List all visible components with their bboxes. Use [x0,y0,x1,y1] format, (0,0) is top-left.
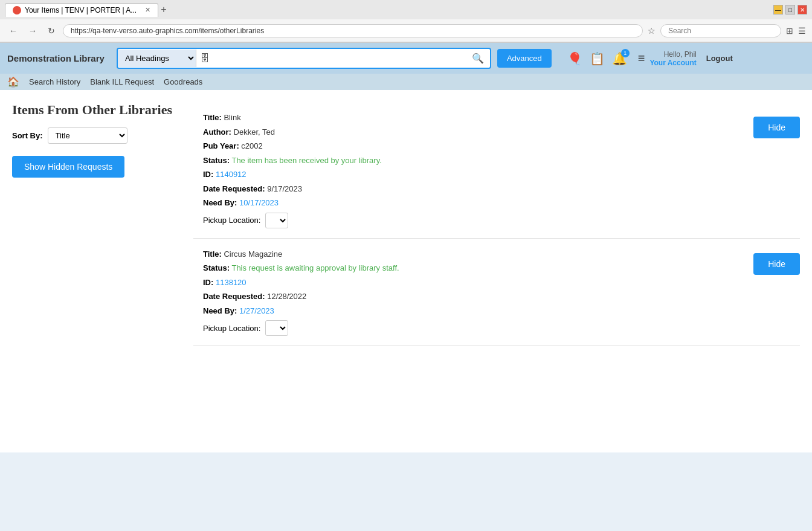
catalog-icon: 📋 [590,52,605,65]
balloon-icon-button[interactable]: 🎈 [567,51,582,66]
items-list: Title: Blink Author: Dekker, Ted Pub Yea… [193,102,800,440]
item-card: Title: Blink Author: Dekker, Ted Pub Yea… [193,102,800,239]
list-icon: ≡ [638,51,645,65]
browser-chrome: Your Items | TENV | PORTER | A... ✕ + — … [0,0,812,43]
need-by-label: Need By: [203,306,237,315]
hamburger-icon[interactable]: ☰ [798,26,806,36]
search-button[interactable]: 🔍 [466,49,490,68]
item-need-by-field: Need By: 10/17/2023 [203,197,744,209]
title-value: Circus Magazine [224,249,282,259]
item-need-by-field: Need By: 1/27/2023 [203,305,744,317]
new-tab-button[interactable]: + [158,2,169,18]
sort-select[interactable]: Title Author Date Requested [48,127,127,144]
item-title-field: Title: Circus Magazine [203,248,744,260]
logout-button[interactable]: Logout [701,51,738,65]
browser-search-input[interactable] [660,24,781,37]
advanced-button[interactable]: Advanced [497,49,552,68]
back-button[interactable]: ← [6,25,21,37]
address-bar: ← → ↻ ☆ ⊞ ☰ [0,19,812,42]
status-label: Status: [203,156,230,165]
user-account-link[interactable]: Your Account [649,59,696,67]
close-tab-icon[interactable]: ✕ [145,6,150,14]
item-details: Title: Blink Author: Dekker, Ted Pub Yea… [203,112,744,228]
bell-icon-button[interactable]: 🔔 1 [612,51,627,66]
main-content: Items From Other Libraries Sort By: Titl… [0,90,812,452]
sort-label: Sort By: [12,131,43,140]
star-icon[interactable]: ☆ [648,26,656,36]
tab-title: Your Items | TENV | PORTER | A... [25,6,137,14]
date-requested-value: 9/17/2023 [267,184,302,193]
pickup-label: Pickup Location: [203,324,260,333]
pickup-row: Pickup Location: [203,320,744,336]
sub-nav: 🏠 Search History Blank ILL Request Goodr… [0,74,812,90]
search-history-link[interactable]: Search History [29,77,80,86]
pub-year-label: Pub Year: [203,141,239,150]
id-label: ID: [203,170,213,179]
author-label: Author: [203,127,231,137]
need-by-label: Need By: [203,198,237,207]
author-value: Dekker, Ted [234,127,275,137]
refresh-button[interactable]: ↻ [45,25,58,37]
header-icons: 🎈 📋 🔔 1 [567,51,627,66]
id-value: 1138120 [216,278,246,287]
user-hello: Hello, Phil [664,50,697,59]
sidebar: Items From Other Libraries Sort By: Titl… [12,102,181,440]
search-container: All Headings 🗄 🔍 [117,48,491,69]
bell-badge: 1 [621,49,630,57]
user-section: Hello, Phil Your Account [649,50,696,67]
page-heading: Items From Other Libraries [12,102,181,118]
item-author-field: Author: Dekker, Ted [203,126,744,138]
title-value: Blink [224,113,240,122]
tab-favicon [13,6,21,14]
date-requested-label: Date Requested: [203,292,265,301]
item-date-requested-field: Date Requested: 9/17/2023 [203,183,744,195]
pub-year-value: c2002 [241,141,262,150]
date-requested-value: 12/28/2022 [267,292,306,301]
status-value: This request is awaiting approval by lib… [231,263,399,272]
balloon-icon: 🎈 [567,52,582,65]
item-card: Title: Circus Magazine Status: This requ… [193,239,800,347]
maximize-button[interactable]: □ [785,5,795,14]
item-id-field: ID: 1138120 [203,277,744,289]
item-title-field: Title: Blink [203,112,744,124]
hide-button[interactable]: Hide [753,117,800,138]
minimize-button[interactable]: — [773,5,783,14]
forward-button[interactable]: → [25,25,40,37]
status-label: Status: [203,263,230,272]
pickup-location-select[interactable] [265,320,288,336]
extensions-icon: ⊞ [786,26,793,36]
id-label: ID: [203,278,213,287]
catalog-icon-button[interactable]: 📋 [590,51,605,66]
need-by-value: 1/27/2023 [239,306,274,315]
blank-ill-request-link[interactable]: Blank ILL Request [90,77,154,86]
pickup-location-select[interactable] [265,213,288,228]
item-status-field: Status: This request is awaiting approva… [203,262,744,274]
item-id-field: ID: 1140912 [203,169,744,181]
sort-row: Sort By: Title Author Date Requested [12,127,181,144]
browser-tab[interactable]: Your Items | TENV | PORTER | A... ✕ [5,3,158,17]
item-date-requested-field: Date Requested: 12/28/2022 [203,291,744,303]
pickup-row: Pickup Location: [203,213,744,228]
goodreads-link[interactable]: Goodreads [164,77,202,86]
database-icon: 🗄 [196,50,213,68]
close-button[interactable]: ✕ [798,5,807,14]
need-by-value: 10/17/2023 [239,198,279,207]
show-hidden-requests-button[interactable]: Show Hidden Requests [12,156,124,178]
hide-button[interactable]: Hide [753,253,800,275]
title-label: Title: [203,113,222,122]
menu-list-icon-button[interactable]: ≡ [638,51,645,65]
address-input[interactable] [63,24,643,37]
item-details: Title: Circus Magazine Status: This requ… [203,248,744,336]
date-requested-label: Date Requested: [203,184,265,193]
pickup-label: Pickup Location: [203,216,260,225]
item-status-field: Status: The item has been received by yo… [203,155,744,167]
app-header: Demonstration Library All Headings 🗄 🔍 A… [0,43,812,74]
id-value: 1140912 [216,170,246,179]
status-value: The item has been received by your libra… [231,156,381,165]
app-title: Demonstration Library [7,53,105,63]
search-input[interactable] [213,50,466,66]
heading-select[interactable]: All Headings [118,50,196,67]
home-button[interactable]: 🏠 [7,76,19,88]
title-label: Title: [203,249,222,259]
title-bar: Your Items | TENV | PORTER | A... ✕ + — … [0,0,812,19]
